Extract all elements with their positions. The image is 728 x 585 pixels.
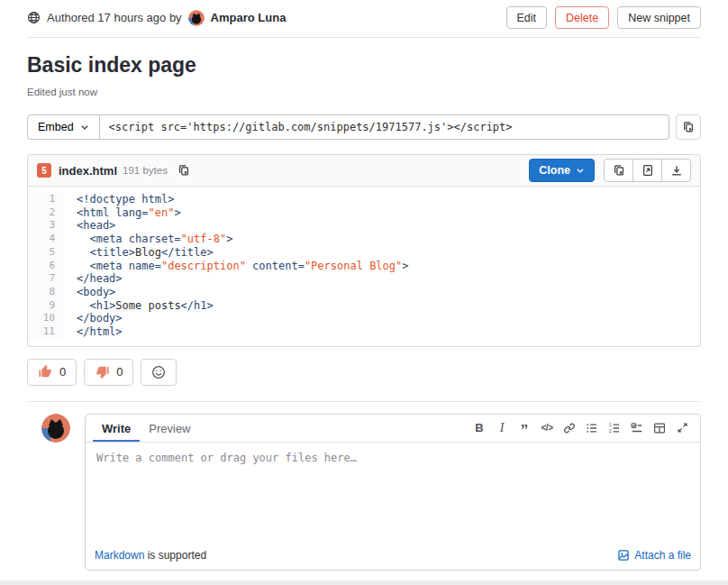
line-number-link[interactable]: 5 — [28, 246, 64, 260]
markdown-editor: Write Preview B I ” </> — [85, 414, 701, 571]
author-name[interactable]: Amparo Luna — [211, 11, 287, 24]
thumbs-down-icon — [95, 364, 110, 379]
code-line-content: <title>Blog</title> — [64, 246, 214, 260]
attach-file-icon — [617, 549, 630, 562]
copy-file-path-button[interactable] — [176, 162, 192, 178]
code-line-content: </html> — [64, 325, 123, 339]
code-line-content: <!doctype html> — [64, 193, 174, 206]
thumbs-up-count: 0 — [59, 365, 66, 379]
new-snippet-button[interactable]: New snippet — [617, 6, 701, 29]
code-line: 1<!doctype html> — [28, 193, 700, 206]
code-line: 8<body> — [28, 286, 700, 299]
code-line: 9 <h1>Some posts</h1> — [28, 299, 700, 313]
line-number-link[interactable]: 8 — [28, 286, 64, 299]
file-name: index.html — [59, 164, 117, 178]
chevron-down-icon — [80, 123, 89, 132]
italic-icon[interactable]: I — [491, 417, 513, 439]
author-avatar[interactable] — [188, 10, 205, 26]
line-number-link[interactable]: 1 — [28, 193, 64, 206]
code-line: 3<head> — [28, 219, 700, 233]
code-line: 2<html lang="en"> — [28, 206, 700, 220]
bold-icon[interactable]: B — [469, 417, 490, 439]
copy-embed-button[interactable] — [676, 114, 701, 140]
line-number-link[interactable]: 11 — [28, 325, 64, 339]
table-icon[interactable] — [649, 417, 670, 439]
code-line: 7</head> — [28, 272, 700, 286]
fullscreen-icon[interactable] — [671, 417, 693, 439]
authorship: Authored 17 hours ago by Amparo Luna — [27, 10, 286, 26]
copy-icon — [682, 121, 695, 133]
markdown-footer: Markdown is supported Attach a file — [86, 543, 700, 570]
line-number-link[interactable]: 2 — [28, 206, 64, 220]
open-raw-button[interactable] — [632, 159, 662, 182]
section-divider — [27, 401, 701, 402]
line-number-link[interactable]: 4 — [28, 233, 64, 246]
add-emoji-button[interactable] — [141, 359, 177, 386]
embed-row: Embed — [27, 114, 701, 140]
code-line-content: </head> — [64, 272, 123, 286]
code-line: 10</body> — [28, 312, 700, 325]
markdown-supported-note: Markdown is supported — [95, 549, 206, 562]
open-raw-icon — [642, 164, 654, 177]
code-line-content: <head> — [64, 219, 115, 233]
file-action-group — [604, 159, 691, 182]
download-button[interactable] — [661, 159, 691, 182]
markdown-toolbar: B I ” </> — [469, 417, 693, 439]
html5-icon: 5 — [37, 163, 51, 178]
line-number-link[interactable]: 9 — [28, 299, 64, 313]
top-bar: Authored 17 hours ago by Amparo Luna Edi… — [27, 0, 701, 38]
task-list-icon[interactable] — [626, 417, 648, 439]
attach-file-button[interactable]: Attach a file — [617, 549, 691, 562]
thumbs-down-button[interactable]: 0 — [84, 359, 133, 386]
svg-text:2: 2 — [609, 429, 612, 434]
code-line-content: <meta name="description" content="Person… — [64, 260, 409, 273]
quote-icon[interactable]: ” — [514, 417, 535, 439]
tab-write[interactable]: Write — [93, 415, 140, 442]
list-numbered-icon[interactable]: 1 2 — [604, 417, 625, 439]
list-bulleted-icon[interactable] — [581, 417, 603, 439]
copy-icon — [177, 164, 190, 177]
code-table: 1<!doctype html>2<html lang="en">3<head>… — [28, 187, 700, 346]
markdown-link[interactable]: Markdown — [95, 549, 144, 562]
attach-file-label: Attach a file — [634, 549, 691, 562]
page-title: Basic index page — [27, 53, 701, 78]
clone-button[interactable]: Clone — [529, 159, 595, 182]
comment-textarea[interactable] — [86, 443, 700, 543]
file-header: 5 index.html 191 bytes Clone — [28, 155, 700, 187]
embed-code-input[interactable] — [100, 114, 669, 140]
code-line-content: <meta charset="utf-8"> — [64, 233, 232, 246]
markdown-rest: is supported — [144, 549, 206, 562]
tab-preview[interactable]: Preview — [140, 415, 199, 442]
code-icon[interactable]: </> — [536, 417, 558, 439]
page-bottom-edge — [0, 580, 728, 585]
line-number-link[interactable]: 3 — [28, 219, 64, 233]
copy-icon — [613, 164, 625, 177]
embed-dropdown-label: Embed — [38, 121, 74, 133]
award-emoji-row: 0 0 — [27, 359, 701, 386]
clone-label: Clone — [539, 164, 570, 177]
current-user-avatar — [41, 414, 70, 443]
link-icon[interactable] — [559, 417, 580, 439]
code-line: 4 <meta charset="utf-8"> — [28, 233, 700, 246]
delete-button[interactable]: Delete — [555, 6, 609, 29]
download-icon — [670, 164, 683, 177]
code-line: 11</html> — [28, 325, 700, 339]
thumbs-up-button[interactable]: 0 — [27, 359, 77, 386]
file-size: 191 bytes — [123, 165, 168, 176]
line-number-link[interactable]: 10 — [28, 312, 64, 325]
copy-file-contents-button[interactable] — [604, 159, 633, 182]
embed-type-dropdown[interactable]: Embed — [27, 114, 100, 140]
smiley-icon — [151, 365, 166, 379]
chevron-down-icon — [576, 166, 585, 175]
code-line-content: <body> — [64, 286, 115, 299]
code-line: 5 <title>Blog</title> — [28, 246, 700, 260]
thumbs-down-count: 0 — [116, 365, 123, 379]
code-line: 6 <meta name="description" content="Pers… — [28, 260, 700, 273]
line-number-link[interactable]: 6 — [28, 260, 64, 273]
file-actions: Clone — [529, 159, 691, 182]
line-number-link[interactable]: 7 — [28, 272, 64, 286]
edit-button[interactable]: Edit — [506, 6, 548, 29]
code-line-content: </body> — [64, 312, 123, 325]
comment-form: Write Preview B I ” </> — [27, 414, 701, 571]
authored-text: Authored 17 hours ago by — [47, 11, 182, 24]
